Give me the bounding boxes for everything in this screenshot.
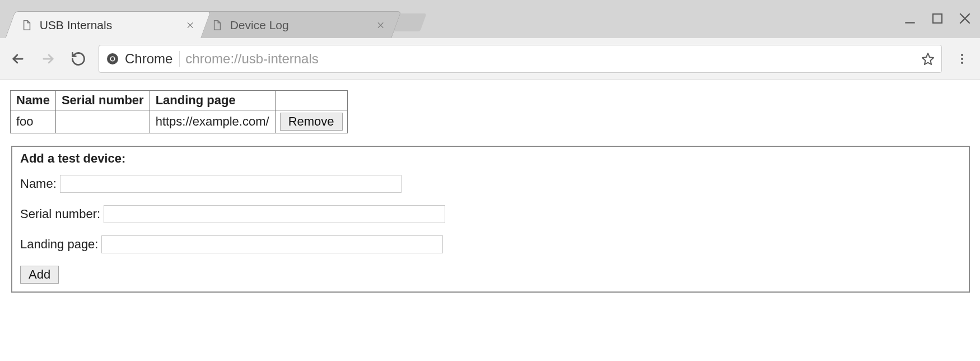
name-input[interactable]	[60, 175, 402, 193]
svg-point-6	[961, 62, 963, 64]
tab-strip: USB Internals Device Log	[0, 0, 980, 38]
col-name: Name	[11, 91, 56, 110]
maximize-icon[interactable]	[931, 12, 944, 25]
remove-button[interactable]: Remove	[280, 113, 343, 131]
col-landing: Landing page	[150, 91, 275, 110]
tabs: USB Internals Device Log	[10, 11, 423, 38]
window-close-icon[interactable]	[958, 11, 972, 26]
cell-serial	[55, 110, 150, 133]
bookmark-star-icon[interactable]	[921, 52, 935, 66]
cell-name: foo	[11, 110, 56, 133]
forward-button[interactable]	[38, 49, 58, 69]
toolbar: Chrome chrome://usb-internals	[0, 38, 980, 80]
page-content: Name Serial number Landing page foo http…	[0, 80, 980, 303]
form-row-name: Name:	[20, 175, 961, 193]
table-row: foo https://example.com/ Remove	[11, 110, 348, 133]
name-label: Name:	[20, 177, 57, 191]
form-title: Add a test device:	[20, 151, 961, 166]
file-icon	[21, 19, 33, 31]
minimize-icon[interactable]	[903, 11, 917, 26]
url-scheme-label: Chrome	[125, 51, 180, 67]
file-icon	[211, 19, 223, 31]
serial-input[interactable]	[104, 205, 445, 223]
add-device-form: Add a test device: Name: Serial number: …	[11, 146, 970, 293]
landing-input[interactable]	[101, 235, 443, 253]
table-header-row: Name Serial number Landing page	[11, 91, 348, 110]
svg-point-5	[961, 58, 963, 60]
svg-rect-0	[933, 14, 942, 23]
back-button[interactable]	[8, 49, 28, 69]
address-bar[interactable]: Chrome chrome://usb-internals	[99, 45, 942, 73]
menu-button[interactable]	[952, 49, 972, 69]
cell-landing: https://example.com/	[150, 110, 275, 133]
svg-point-3	[111, 57, 114, 61]
tab-usb-internals[interactable]: USB Internals	[5, 11, 211, 38]
reload-button[interactable]	[68, 49, 88, 69]
chrome-icon	[106, 52, 119, 66]
close-icon[interactable]	[374, 18, 388, 33]
add-button[interactable]: Add	[20, 266, 59, 284]
col-actions	[275, 91, 347, 110]
window-controls	[903, 11, 972, 26]
tab-device-log[interactable]: Device Log	[195, 11, 401, 38]
tab-title: Device Log	[230, 18, 374, 32]
url-text: chrome://usb-internals	[185, 51, 916, 67]
form-row-landing: Landing page:	[20, 235, 961, 253]
close-icon[interactable]	[183, 18, 198, 33]
svg-point-4	[961, 54, 963, 56]
landing-label: Landing page:	[20, 237, 98, 252]
serial-label: Serial number:	[20, 207, 100, 221]
tab-title: USB Internals	[40, 18, 183, 32]
cell-actions: Remove	[275, 110, 347, 133]
col-serial: Serial number	[55, 91, 150, 110]
form-row-serial: Serial number:	[20, 205, 961, 223]
devices-table: Name Serial number Landing page foo http…	[10, 90, 348, 133]
